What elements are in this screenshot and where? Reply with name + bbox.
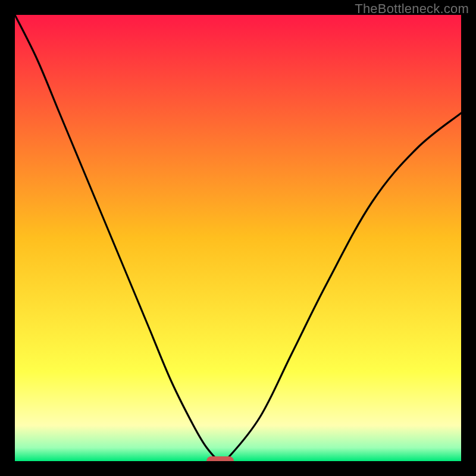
minimum-marker	[206, 456, 234, 461]
chart-frame: TheBottleneck.com	[0, 0, 476, 476]
watermark-text: TheBottleneck.com	[355, 1, 469, 17]
bottleneck-curve	[15, 15, 461, 461]
plot-area	[15, 15, 461, 461]
